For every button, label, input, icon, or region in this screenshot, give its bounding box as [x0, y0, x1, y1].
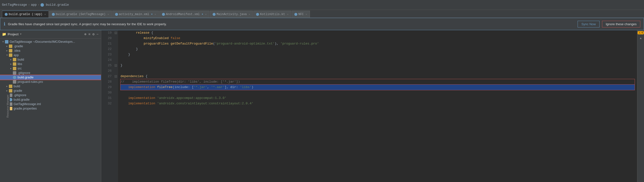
line-number: 27 [103, 74, 112, 79]
breadcrumb: GetTagMessage › app › build.gradle [2, 3, 69, 7]
tab-close-button[interactable]: ✕ [205, 13, 207, 16]
minimize-icon[interactable]: − [96, 32, 99, 37]
sync-now-button[interactable]: Sync Now [578, 21, 600, 28]
tree-item-3[interactable]: ▼ app [0, 53, 101, 57]
tree-item-6[interactable]: ► src [0, 66, 101, 71]
line-number: 30 [103, 90, 112, 95]
tree-item-icon [9, 45, 12, 48]
tree-item-icon [13, 76, 16, 79]
sidebar-title: Project [8, 32, 18, 36]
tab-close-button[interactable]: ✕ [108, 13, 109, 16]
tree-item-9[interactable]: proguard-rules.pro [0, 80, 101, 84]
tree-item-label: .gitignore [14, 93, 26, 97]
line-number: 25 [103, 63, 112, 68]
gutter-cell: - [114, 74, 118, 79]
gradle-tab-icon [5, 13, 8, 16]
gutter: --- [114, 30, 118, 182]
editor-content: 1920212223242526272829303132 --- release… [101, 30, 637, 182]
resource-manager-tab[interactable]: Resource Manager [6, 93, 10, 119]
line-numbers: 1920212223242526272829303132 [101, 30, 114, 182]
tab-label: NFC [298, 13, 304, 16]
tree-item-14[interactable]: GetTagMessage.iml [0, 102, 101, 106]
breadcrumb-project[interactable]: GetTagMessage [2, 3, 27, 7]
tree-item-label: .gitignore [18, 71, 30, 75]
tree-arrow-icon: ► [10, 58, 13, 61]
gradle-tab-icon [52, 13, 55, 16]
fold-icon[interactable]: - [114, 75, 117, 78]
line-number: 22 [103, 47, 112, 52]
gutter-cell [114, 101, 118, 106]
tree-item-icon [9, 49, 12, 52]
line-number: 26 [103, 68, 112, 74]
tab-main-activity-java[interactable]: MainActivity.java✕ [210, 11, 253, 18]
line-number: 19 [103, 30, 112, 36]
gutter-cell: - [114, 63, 118, 68]
tree-item-8[interactable]: build.gradle [0, 75, 101, 80]
tab-activity-main-xml[interactable]: activity_main.xml●✕ [112, 11, 159, 18]
tree-item-12[interactable]: .gitignore [0, 93, 101, 97]
tree-item-icon [9, 85, 12, 88]
tab-nfc[interactable]: NFC✕ [292, 11, 310, 18]
tab-close-button[interactable]: ✕ [44, 13, 46, 16]
tree-item-15[interactable]: gradle.properties [0, 106, 101, 111]
locate-icon[interactable]: ⊕ [84, 32, 87, 37]
tab-close-button[interactable]: ✕ [306, 13, 307, 16]
collapse-all-icon[interactable]: ≡ [88, 32, 91, 37]
tree-item-4[interactable]: ► build [0, 57, 101, 62]
sidebar: 📁 Project ▼ ⊕ ≡ ⚙ − ▼ GetTagMessage ~/Do… [0, 30, 101, 182]
line-number: 28 [103, 79, 112, 85]
fold-icon[interactable]: - [114, 32, 117, 34]
code-line: } [120, 52, 634, 57]
breadcrumb-module[interactable]: app [31, 3, 36, 7]
tree-item-icon [9, 89, 12, 92]
fold-icon[interactable]: - [114, 64, 117, 67]
code-line: } [120, 47, 634, 52]
notification-bar: ℹ Gradle files have changed since last p… [0, 18, 644, 30]
tree-arrow-icon: ► [6, 90, 9, 92]
tab-label: KotlinUtils.kt [260, 13, 285, 16]
ignore-changes-button[interactable]: Ignore these changes [602, 21, 640, 28]
tab-close-button[interactable]: ✕ [249, 13, 250, 16]
tree-item-7[interactable]: .gitignore [0, 71, 101, 75]
top-bar: GetTagMessage › app › build.gradle [0, 0, 644, 10]
tree-arrow-icon: ► [10, 67, 13, 70]
gradle-tab-icon [212, 13, 216, 16]
tree-item-label: src [18, 67, 22, 70]
tree-item-1[interactable]: ► .gradle [0, 44, 101, 49]
dropdown-arrow-icon[interactable]: ▼ [20, 33, 22, 36]
tab-label: MainActivity.java [216, 13, 247, 16]
tab-build-gradle-app[interactable]: build.gradle (:app)✕ [2, 11, 49, 18]
gutter-cell [114, 36, 118, 41]
tree-item-13[interactable]: build.gradle [0, 97, 101, 102]
tabs-bar: build.gradle (:app)✕build.gradle (GetTag… [0, 10, 644, 18]
code-editor[interactable]: 1920212223242526272829303132 --- release… [101, 30, 637, 182]
code-line: release { [120, 30, 634, 36]
gutter-cell [114, 85, 118, 90]
line-number: 20 [103, 36, 112, 41]
gradle-tab-icon [256, 13, 259, 16]
tree-item-icon [13, 62, 16, 66]
tab-android-manifest-xml[interactable]: AndroidManifest.xml●✕ [159, 11, 210, 18]
tree-item-label: GetTagMessage.iml [14, 102, 41, 106]
tree-item-5[interactable]: ► libs [0, 62, 101, 66]
warning-badge: ⚠ 4 [638, 31, 644, 34]
tree-item-2[interactable]: ► .idea [0, 49, 101, 53]
tree-item-11[interactable]: ► gradle [0, 89, 101, 93]
notification-text: Gradle files have changed since last pro… [8, 22, 575, 26]
tree-item-0[interactable]: ▼ GetTagMessage ~/Documents/IMC/Developm… [0, 40, 101, 44]
tree-item-icon [9, 53, 12, 57]
tab-close-button[interactable]: ✕ [154, 13, 156, 16]
up-arrow-icon[interactable]: ▲ [638, 36, 643, 41]
tree-item-10[interactable]: ► build [0, 84, 101, 89]
main-layout: 📁 Project ▼ ⊕ ≡ ⚙ − ▼ GetTagMessage ~/Do… [0, 30, 644, 182]
tree-item-label: GetTagMessage ~/Documents/IMC/Developm..… [10, 40, 75, 44]
code-lines: release { minifyEnabled false proguardFi… [118, 30, 637, 182]
tab-close-button[interactable]: ✕ [287, 13, 288, 16]
notification-icon: ℹ [4, 21, 6, 27]
settings-icon[interactable]: ⚙ [92, 32, 95, 37]
gutter-cell [114, 52, 118, 57]
tab-modified-indicator: ● [202, 13, 203, 16]
tab-kotlin-utils-kt[interactable]: KotlinUtils.kt✕ [253, 11, 291, 18]
code-line [120, 68, 634, 74]
tab-build-gradle-root[interactable]: build.gradle (GetTagMessage)✕ [49, 11, 112, 18]
